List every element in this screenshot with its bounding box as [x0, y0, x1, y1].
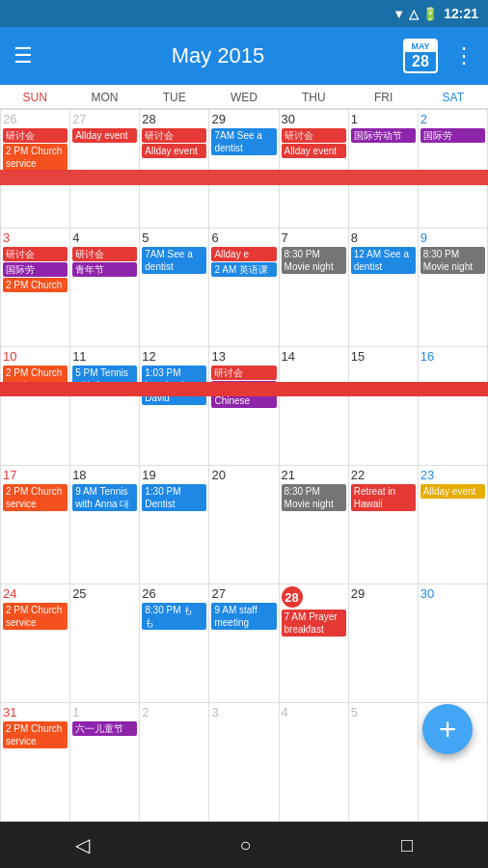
recents-button[interactable]: □	[401, 834, 413, 856]
cell-may-22[interactable]: 22 Retreat in Hawaii	[349, 466, 419, 584]
event-church-3[interactable]: 2 PM Church	[3, 278, 68, 292]
event-dentist-8[interactable]: 12 AM See a dentist	[351, 247, 416, 274]
day-num-29: 29	[211, 112, 276, 126]
cell-may-14[interactable]: 14	[280, 347, 349, 466]
cell-may-19[interactable]: 19 1:30 PM Dentist	[140, 466, 209, 584]
event-english-6[interactable]: 2 AM 英语课	[211, 262, 276, 277]
header-sun: SUN	[0, 89, 69, 106]
add-event-button[interactable]: +	[422, 704, 473, 754]
event-allday-30[interactable]: Allday event	[282, 144, 346, 158]
event-tennis-18[interactable]: 9 AM Tennis with Anna 대	[72, 484, 137, 511]
hamburger-icon: ☰	[14, 43, 33, 68]
event-movie-7[interactable]: 8:30 PM Movie night	[282, 247, 346, 274]
cell-may-10[interactable]: 10 2 PM Church service	[1, 347, 70, 466]
cell-may-7[interactable]: 7 8:30 PM Movie night	[280, 229, 349, 347]
event-yantao-w1[interactable]: 研讨会	[3, 128, 68, 143]
header-mon: MON	[69, 89, 139, 106]
cell-may-21[interactable]: 21 8:30 PM Movie night	[280, 466, 349, 584]
calendar-wrap: SUN MON TUE WED THU FRI SAT 26 研讨会 2 PM …	[0, 85, 488, 822]
menu-button[interactable]: ☰	[14, 43, 33, 68]
day-num-28a: 28	[142, 112, 206, 126]
status-time: 12:21	[444, 6, 478, 21]
cell-may-4[interactable]: 4 研讨会 青年节	[70, 229, 140, 347]
day-num-16: 16	[420, 349, 485, 364]
day-num-3: 3	[3, 231, 68, 245]
event-yantao-13[interactable]: 研讨会	[211, 366, 276, 380]
cell-may-23[interactable]: 23 Allday event	[419, 466, 488, 584]
cell-may-16[interactable]: 16	[419, 347, 488, 466]
event-movie-9[interactable]: 8:30 PM Movie night	[420, 247, 485, 274]
event-dentist-29[interactable]: 7AM See a dentist	[211, 128, 276, 155]
cell-may-13[interactable]: 13 研讨会 10:30 AM Chinese	[209, 347, 279, 466]
cell-may-25[interactable]: 25	[70, 584, 140, 703]
back-button[interactable]: ◁	[75, 833, 90, 856]
event-prayer-28[interactable]: 7 AM Prayer breakfast	[282, 610, 346, 637]
cell-may-12[interactable]: 12 1:03 PM Lunch w/ David	[140, 347, 209, 466]
event-guoji-2[interactable]: 国际劳	[420, 128, 485, 143]
day-num-8: 8	[351, 231, 416, 245]
event-children-1[interactable]: 六一儿童节	[72, 721, 137, 736]
wifi-icon: ▼	[393, 7, 405, 21]
span-bar-week1	[0, 170, 488, 185]
cell-may-17[interactable]: 17 2 PM Church service	[1, 466, 70, 584]
event-movie-21[interactable]: 8:30 PM Movie night	[282, 484, 346, 511]
cell-may-24[interactable]: 24 2 PM Church service	[1, 584, 70, 703]
event-qingnian-4[interactable]: 青年节	[72, 262, 137, 277]
event-laodong-1[interactable]: 国际劳动节	[351, 128, 416, 143]
event-allday-27[interactable]: Allday event	[72, 128, 137, 143]
cell-may-30[interactable]: 30	[419, 584, 488, 703]
cell-may-29[interactable]: 29	[349, 584, 419, 703]
cell-may-11[interactable]: 11 5 PM Tennis with Anna	[70, 347, 140, 466]
cell-may-18[interactable]: 18 9 AM Tennis with Anna 대	[70, 466, 140, 584]
cell-jun-1[interactable]: 1 六一儿童节	[70, 703, 140, 822]
navigation-bar: ◁ ○ □	[0, 822, 488, 868]
day-num-18: 18	[72, 468, 137, 482]
cell-jun-2[interactable]: 2	[140, 703, 209, 822]
event-yantao-28[interactable]: 研讨会	[142, 128, 206, 143]
event-allday-6[interactable]: Allday e	[211, 247, 276, 261]
more-icon: ⋮	[453, 43, 474, 68]
event-allday-23[interactable]: Allday event	[420, 484, 485, 499]
event-retreat-22[interactable]: Retreat in Hawaii	[351, 484, 416, 511]
cell-may-8[interactable]: 8 12 AM See a dentist	[349, 229, 419, 347]
calendar-view-button[interactable]: MAY 28	[403, 39, 438, 73]
day-num-jun4: 4	[282, 705, 346, 719]
event-church-w1[interactable]: 2 PM Church service	[3, 144, 68, 171]
event-staff-27[interactable]: 9 AM staff meeting	[211, 603, 276, 630]
cell-may-28[interactable]: 28 7 AM Prayer breakfast	[280, 584, 349, 703]
cell-may-9[interactable]: 9 8:30 PM Movie night	[419, 229, 488, 347]
cell-may-3[interactable]: 3 研讨会 国际劳 2 PM Church	[1, 229, 70, 347]
event-momo-26[interactable]: 8:30 PM も も	[142, 603, 206, 630]
event-yantao-4[interactable]: 研讨会	[72, 247, 137, 261]
event-church-24[interactable]: 2 PM Church service	[3, 603, 68, 630]
cell-may-26[interactable]: 26 8:30 PM も も	[140, 584, 209, 703]
event-church-31[interactable]: 2 PM Church service	[3, 721, 68, 748]
event-dentist-5[interactable]: 7AM See a dentist	[142, 247, 206, 274]
cell-may-6[interactable]: 6 Allday e 2 AM 英语课	[209, 229, 279, 347]
cell-may-5[interactable]: 5 7AM See a dentist	[140, 229, 209, 347]
cell-may-31[interactable]: 31 2 PM Church service	[1, 703, 70, 822]
cell-may-27[interactable]: 27 9 AM staff meeting	[209, 584, 279, 703]
cell-jun-3[interactable]: 3	[209, 703, 279, 822]
more-options-button[interactable]: ⋮	[453, 43, 474, 68]
day-num-30: 30	[282, 112, 346, 126]
home-button[interactable]: ○	[239, 834, 251, 856]
event-allday-28[interactable]: Allday event	[142, 144, 206, 158]
day-num-25: 25	[72, 586, 137, 601]
calendar-grid: 26 研讨会 2 PM Church service 27 Allday eve…	[0, 109, 488, 822]
day-num-27: 27	[72, 112, 137, 126]
cell-jun-5[interactable]: 5	[349, 703, 419, 822]
event-guojilao-3[interactable]: 国际劳	[3, 262, 68, 277]
cell-may-15[interactable]: 15	[349, 347, 419, 466]
event-dentist-19[interactable]: 1:30 PM Dentist	[142, 484, 206, 511]
calendar-icon-day: 28	[412, 53, 429, 70]
day-num-15: 15	[351, 349, 416, 364]
day-num-23: 23	[420, 468, 485, 482]
event-yantao-30[interactable]: 研讨会	[282, 128, 346, 143]
cell-jun-4[interactable]: 4	[280, 703, 349, 822]
day-num-21: 21	[282, 468, 346, 482]
event-yantao-3[interactable]: 研讨会	[3, 247, 68, 261]
event-church-17[interactable]: 2 PM Church service	[3, 484, 68, 511]
cell-may-20[interactable]: 20	[209, 466, 279, 584]
day-num-jun2: 2	[142, 705, 206, 719]
